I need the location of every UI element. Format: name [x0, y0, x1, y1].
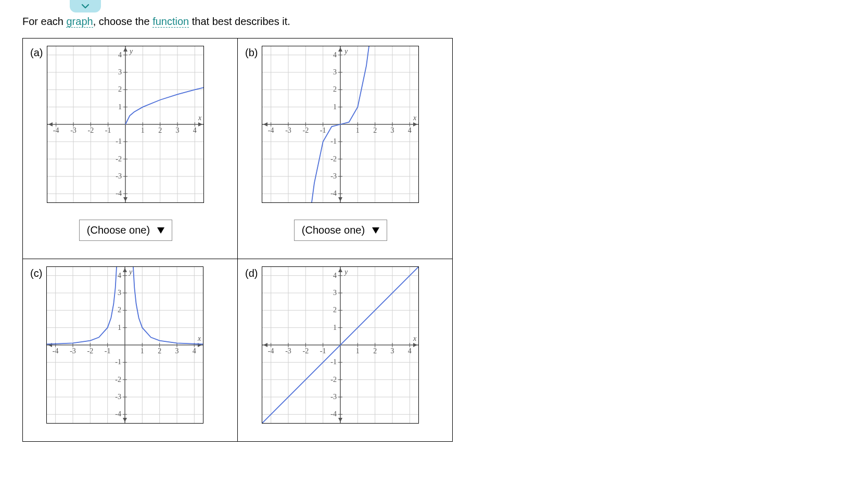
svg-text:-4: -4: [268, 126, 274, 134]
caret-down-icon: [157, 227, 164, 234]
svg-text:-3: -3: [331, 172, 337, 180]
svg-text:3: 3: [391, 347, 394, 355]
svg-text:y: y: [343, 47, 348, 55]
cell-c: (c) -4-4-3-3-2-2-1-111223344xy: [23, 259, 238, 442]
svg-marker-189: [338, 418, 342, 422]
dropdown-a-label: (Choose one): [87, 224, 150, 236]
svg-text:3: 3: [333, 289, 337, 297]
svg-text:1: 1: [333, 324, 337, 331]
chevron-down-icon: [81, 2, 90, 11]
svg-text:1: 1: [333, 103, 337, 111]
svg-text:-1: -1: [331, 358, 337, 366]
cell-a: (a) -4-4-3-3-2-2-1-111223344xy (Choose o…: [23, 39, 238, 259]
svg-text:4: 4: [333, 51, 337, 59]
part-label-d: (d): [245, 267, 258, 279]
svg-text:-1: -1: [105, 347, 111, 355]
hint-arrow-badge[interactable]: [70, 0, 101, 12]
term-link-graph[interactable]: graph: [66, 16, 93, 28]
svg-text:4: 4: [118, 51, 122, 59]
svg-text:3: 3: [118, 68, 122, 76]
svg-text:2: 2: [118, 306, 121, 314]
question-text: For each graph, choose the function that…: [22, 16, 868, 28]
part-label-b: (b): [245, 47, 258, 59]
svg-text:4: 4: [408, 347, 412, 355]
svg-text:1: 1: [356, 347, 360, 355]
svg-text:3: 3: [176, 126, 180, 134]
question-mid: , choose the: [93, 16, 153, 27]
svg-text:-2: -2: [116, 376, 122, 383]
svg-text:3: 3: [391, 126, 394, 134]
svg-text:2: 2: [374, 347, 377, 355]
svg-text:-2: -2: [88, 126, 94, 134]
svg-marker-186: [413, 343, 417, 347]
svg-marker-74: [413, 122, 417, 126]
svg-text:-2: -2: [331, 155, 337, 163]
svg-text:y: y: [129, 47, 133, 55]
svg-marker-188: [338, 268, 342, 272]
parts-grid: (a) -4-4-3-3-2-2-1-111223344xy (Choose o…: [22, 38, 453, 442]
svg-text:-4: -4: [53, 347, 59, 355]
plot-a: -4-4-3-3-2-2-1-111223344xy: [47, 46, 204, 203]
svg-text:-2: -2: [116, 155, 122, 163]
part-label-a: (a): [30, 47, 43, 59]
svg-text:-3: -3: [331, 393, 337, 401]
svg-text:-1: -1: [331, 137, 337, 145]
svg-text:-1: -1: [105, 126, 111, 134]
svg-marker-187: [263, 343, 267, 347]
svg-marker-21: [123, 197, 127, 201]
svg-text:4: 4: [193, 347, 196, 355]
svg-text:-3: -3: [116, 393, 122, 401]
svg-text:2: 2: [118, 85, 122, 93]
svg-text:4: 4: [408, 126, 412, 134]
svg-text:-2: -2: [303, 347, 309, 355]
svg-marker-18: [198, 122, 202, 126]
svg-text:3: 3: [175, 347, 179, 355]
svg-text:-4: -4: [53, 126, 59, 134]
svg-text:y: y: [128, 268, 133, 276]
svg-text:2: 2: [333, 306, 337, 314]
svg-text:-4: -4: [331, 410, 337, 418]
svg-marker-132: [123, 268, 127, 272]
svg-text:-3: -3: [71, 126, 77, 134]
svg-text:-4: -4: [268, 347, 274, 355]
cell-d: (d) -4-4-3-3-2-2-1-111223344xy: [238, 259, 453, 442]
svg-text:1: 1: [118, 324, 121, 331]
svg-text:4: 4: [193, 126, 197, 134]
svg-text:3: 3: [333, 68, 337, 76]
svg-text:-1: -1: [320, 347, 326, 355]
term-link-function[interactable]: function: [152, 16, 189, 28]
svg-text:-3: -3: [286, 126, 292, 134]
svg-marker-19: [48, 122, 53, 126]
svg-text:-2: -2: [87, 347, 94, 355]
plot-d: -4-4-3-3-2-2-1-111223344xy: [262, 266, 419, 424]
svg-marker-77: [338, 197, 342, 201]
svg-text:2: 2: [158, 347, 161, 355]
svg-text:x: x: [413, 335, 417, 342]
svg-text:x: x: [198, 114, 202, 122]
svg-text:-1: -1: [116, 358, 122, 366]
svg-text:-3: -3: [286, 347, 292, 355]
dropdown-b[interactable]: (Choose one): [294, 220, 387, 241]
svg-text:-2: -2: [303, 126, 309, 134]
svg-marker-75: [263, 122, 267, 126]
svg-marker-76: [338, 47, 342, 52]
svg-marker-133: [123, 418, 127, 422]
svg-text:4: 4: [118, 272, 121, 279]
svg-text:1: 1: [118, 103, 122, 111]
svg-text:-4: -4: [116, 410, 122, 418]
cell-b: (b) -4-4-3-3-2-2-1-111223344xy (Choose o…: [238, 39, 453, 259]
svg-text:-4: -4: [116, 189, 122, 197]
svg-text:x: x: [413, 114, 417, 122]
svg-text:-2: -2: [331, 376, 337, 383]
svg-text:1: 1: [141, 126, 145, 134]
svg-text:-4: -4: [331, 189, 337, 197]
svg-text:-1: -1: [320, 126, 326, 134]
part-label-c: (c): [30, 267, 42, 279]
dropdown-a[interactable]: (Choose one): [79, 220, 172, 241]
dropdown-b-label: (Choose one): [302, 224, 365, 236]
plot-b: -4-4-3-3-2-2-1-111223344xy: [262, 46, 419, 203]
svg-text:1: 1: [356, 126, 360, 134]
plot-c: -4-4-3-3-2-2-1-111223344xy: [46, 266, 203, 424]
caret-down-icon: [372, 227, 379, 234]
question-prefix: For each: [22, 16, 66, 27]
